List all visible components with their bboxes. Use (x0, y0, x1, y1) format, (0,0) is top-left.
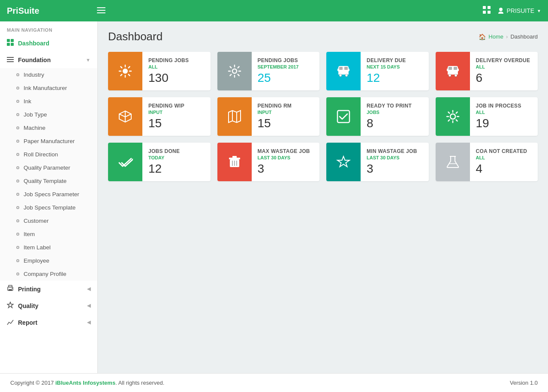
dot-icon (16, 233, 19, 236)
top-nav: PriSuite PRISUITE ▼ (0, 0, 548, 21)
card-subtitle-2: NEXT 15 DAYS (367, 64, 423, 69)
svg-rect-17 (9, 289, 12, 291)
sidebar-sub-item-quality-parameter[interactable]: Quality Parameter (0, 161, 97, 174)
dashboard-card-7[interactable]: JOB IN PROCESS ALL 19 (436, 97, 538, 136)
breadcrumb-home[interactable]: Home (488, 33, 503, 40)
dot-icon (16, 73, 19, 76)
svg-point-21 (232, 69, 237, 73)
sidebar-sub-item-job-specs-parameter[interactable]: Job Specs Parameter (0, 188, 97, 201)
dashboard-card-1[interactable]: PENDING JOBS SEPTEMBER 2017 25 (217, 52, 320, 90)
report-icon (7, 318, 14, 326)
grid-icon[interactable] (483, 6, 491, 16)
sidebar-sub-item-machine[interactable]: Machine (0, 121, 97, 135)
sidebar-sub-item-employee[interactable]: Employee (0, 254, 97, 267)
dashboard-card-5[interactable]: PENDING RM INPUT 15 (217, 97, 320, 136)
main-content: Dashboard 🏠 Home › Dashboard PENDING JOB… (98, 21, 548, 373)
card-info-5: PENDING RM INPUT 15 (252, 99, 320, 135)
printing-label: Printing (18, 286, 41, 293)
card-value-0: 130 (148, 71, 205, 85)
card-info-2: DELIVERY DUE NEXT 15 DAYS 12 (361, 53, 429, 89)
sidebar-sub-item-customer[interactable]: Customer (0, 214, 97, 227)
card-value-10: 3 (367, 162, 423, 176)
svg-rect-28 (337, 69, 338, 71)
dashboard-card-9[interactable]: MAX WASTAGE JOB LAST 30 DAYS 3 (217, 143, 320, 181)
dashboard-icon (7, 39, 14, 48)
card-info-0: PENDING JOBS ALL 130 (142, 53, 211, 89)
footer: Copyright © 2017 iBlueAnts Infosystems. … (0, 373, 548, 392)
card-title-10: MIN WASTAGE JOB (367, 148, 423, 154)
card-icon-4 (108, 97, 142, 136)
dot-icon (16, 87, 19, 90)
dashboard-card-11[interactable]: COA NOT CREATED ALL 4 (436, 143, 538, 181)
breadcrumb-current: Dashboard (510, 33, 538, 40)
quality-icon (7, 302, 14, 310)
sidebar-sub-item-job-specs-template[interactable]: Job Specs Template (0, 201, 97, 214)
dashboard-card-10[interactable]: MIN WASTAGE JOB LAST 30 DAYS 3 (326, 143, 429, 181)
footer-copyright: Copyright © 2017 iBlueAnts Infosystems. … (10, 380, 164, 386)
card-value-1: 25 (258, 71, 314, 85)
sidebar-sub-item-quality-template[interactable]: Quality Template (0, 174, 97, 188)
dashboard-card-0[interactable]: PENDING JOBS ALL 130 (108, 52, 211, 90)
svg-rect-8 (7, 39, 10, 42)
sidebar-sub-item-ink-manufacturer[interactable]: Ink Manufacturer (0, 81, 97, 95)
dot-icon (16, 140, 19, 143)
dashboard-card-3[interactable]: DELIVERY OVERDUE ALL 6 (436, 52, 538, 90)
dashboard-card-2[interactable]: DELIVERY DUE NEXT 15 DAYS 12 (326, 52, 429, 90)
dot-icon (16, 153, 19, 156)
sidebar-quality-header[interactable]: Quality ◀ (0, 297, 97, 314)
sidebar-report-header[interactable]: Report ◀ (0, 314, 97, 331)
nav-section-label: MAIN NAVIGATION (0, 21, 97, 35)
card-icon-10 (326, 143, 361, 181)
user-name: PRISUITE (507, 7, 535, 14)
foundation-icon (7, 56, 14, 64)
card-subtitle-11: ALL (476, 155, 532, 160)
card-title-11: COA NOT CREATED (476, 148, 532, 154)
card-info-1: PENDING JOBS SEPTEMBER 2017 25 (252, 53, 320, 89)
card-title-5: PENDING RM (258, 103, 314, 109)
card-info-3: DELIVERY OVERDUE ALL 6 (470, 53, 538, 89)
svg-rect-37 (458, 69, 459, 71)
sidebar-item-dashboard[interactable]: Dashboard (0, 35, 97, 51)
dashboard-card-6[interactable]: READY TO PRINT JOBS 8 (326, 97, 429, 136)
svg-rect-0 (97, 7, 105, 8)
sidebar-sub-item-industry[interactable]: Industry (0, 68, 97, 81)
dashboard-card-4[interactable]: PENDING WIP INPUT 15 (108, 97, 211, 136)
printing-caret-icon: ◀ (87, 286, 90, 292)
user-menu-button[interactable]: PRISUITE ▼ (497, 7, 541, 14)
card-icon-8 (108, 143, 142, 181)
dashboard-cards-grid: PENDING JOBS ALL 130 PENDING JOBS SEPTEM… (108, 52, 538, 181)
svg-point-34 (449, 74, 451, 77)
sidebar-sub-item-item-label[interactable]: Item Label (0, 241, 97, 254)
sidebar-sub-item-item[interactable]: Item (0, 227, 97, 241)
card-subtitle-7: ALL (476, 110, 532, 115)
card-icon-6 (326, 97, 361, 136)
sidebar-sub-item-ink[interactable]: Ink (0, 95, 97, 108)
svg-point-42 (450, 114, 455, 119)
brand-logo: PriSuite (7, 6, 97, 16)
dot-icon (16, 193, 19, 196)
sidebar-foundation-header[interactable]: Foundation ▼ (0, 51, 97, 68)
svg-rect-11 (11, 43, 14, 46)
card-value-6: 8 (367, 117, 423, 130)
card-title-0: PENDING JOBS (148, 57, 205, 63)
dashboard-card-8[interactable]: JOBS DONE TODAY 12 (108, 143, 211, 181)
sidebar-sub-item-company-profile[interactable]: Company Profile (0, 267, 97, 281)
breadcrumb-separator: › (506, 33, 508, 40)
card-value-7: 19 (476, 117, 532, 130)
dot-icon (16, 259, 19, 262)
page-title: Dashboard (108, 30, 163, 43)
hamburger-button[interactable] (97, 6, 483, 15)
svg-rect-31 (449, 67, 452, 70)
card-info-4: PENDING WIP INPUT 15 (142, 99, 211, 135)
sidebar-sub-item-paper-manufacturer[interactable]: Paper Manufacturer (0, 135, 97, 148)
foundation-label: Foundation (18, 57, 51, 63)
user-caret-icon: ▼ (537, 9, 541, 13)
card-title-2: DELIVERY DUE (367, 57, 423, 63)
sidebar-sub-item-job-type[interactable]: Job Type (0, 108, 97, 121)
sidebar-sub-item-roll-direction[interactable]: Roll Direction (0, 148, 97, 161)
card-icon-2 (326, 52, 361, 90)
printing-icon (7, 285, 14, 293)
sidebar-printing-header[interactable]: Printing ◀ (0, 281, 97, 297)
footer-company-link[interactable]: iBlueAnts Infosystems (55, 380, 115, 386)
svg-rect-6 (488, 11, 491, 14)
